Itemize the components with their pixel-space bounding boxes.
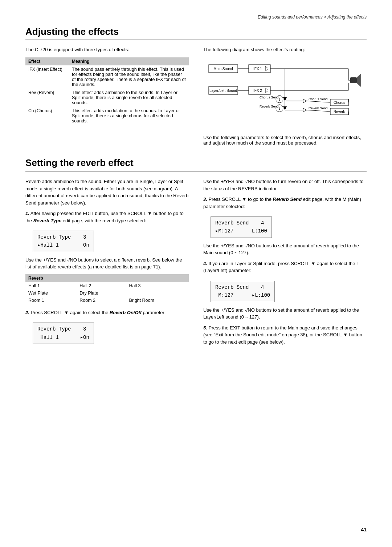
step2-num: 2. <box>25 310 29 315</box>
step3-text: 3. Press SCROLL ▼ to go to the Reverb Se… <box>203 196 367 210</box>
svg-rect-30 <box>350 77 357 83</box>
effect-name: IFX (Insert Effect) <box>25 65 69 89</box>
step4-lcd-row2: M:127 ▸L:100 <box>215 291 270 299</box>
effects-col1-header: Effect <box>25 57 69 65</box>
step5-content: Press the EXIT button to return to the M… <box>203 325 362 345</box>
reverb-list-cell: Wet Plate <box>25 289 77 297</box>
step2-right-text: Use the +/YES and -/NO buttons to turn r… <box>203 178 367 192</box>
step1-lcd: Reverb Type 3 ▸Hall 1 On <box>33 231 94 252</box>
svg-text:IFX 2: IFX 2 <box>253 89 262 93</box>
reverb-left-col: Reverb adds ambience to the sound. Eithe… <box>25 178 189 349</box>
reverb-title: Setting the reverb effect <box>25 157 367 171</box>
step4-lcd: Reverb Send 4 M:127 ▸L:100 <box>211 281 275 302</box>
reverb-list-cell <box>126 289 189 297</box>
reverb-two-col: Reverb adds ambience to the sound. Eithe… <box>25 178 367 349</box>
effect-meaning: The sound pass entirely through this eff… <box>69 65 189 89</box>
effect-name: Ch (Chorus) <box>25 107 69 125</box>
signal-diagram-container: Main Sound Layer/Left Sound IFX 1 IFX 2 <box>203 57 367 131</box>
effect-name: Rev (Reverb) <box>25 89 69 107</box>
effect-meaning: This effect adds modulation to the sound… <box>69 107 189 125</box>
step2-content: Press SCROLL ▼ again to select the Rever… <box>30 310 166 315</box>
reverb-list-cell: Hall 1 <box>25 282 77 289</box>
breadcrumb: Editing sounds and performances > Adjust… <box>25 15 367 20</box>
svg-text:Chorus Send: Chorus Send <box>309 97 328 101</box>
step3-note: Use the +/YES and -/NO buttons to set th… <box>203 242 367 256</box>
breadcrumb-text: Editing sounds and performances > Adjust… <box>258 15 367 20</box>
step1-text: 1. After having pressed the EDIT button,… <box>25 210 189 224</box>
reverb-list-header: Reverb <box>25 274 189 282</box>
svg-marker-31 <box>357 73 361 87</box>
reverb-list-cell: Room 1 <box>25 297 77 304</box>
svg-marker-22 <box>283 97 287 101</box>
step2-text: 2. Press SCROLL ▼ again to select the Re… <box>25 309 189 316</box>
step3-lcd-row1: Reverb Send 4 <box>215 219 267 227</box>
below-diagram-text: Use the following parameters to select t… <box>203 135 367 146</box>
step2-lcd: Reverb Type 3 Hall 1 ▸On <box>33 323 94 344</box>
page: Editing sounds and performances > Adjust… <box>0 0 392 547</box>
adjusting-title: Adjusting the effects <box>25 26 367 40</box>
svg-marker-26 <box>303 99 307 103</box>
svg-marker-6 <box>265 66 268 71</box>
svg-line-42 <box>307 110 330 112</box>
step4-content: If you are in Layer or Split mode, press… <box>203 261 359 274</box>
reverb-list-cell: Dry Plate <box>77 289 126 297</box>
effects-left-column: The C-720 is equipped with three types o… <box>25 47 189 146</box>
reverb-intro: Reverb adds ambience to the sound. Eithe… <box>25 178 189 206</box>
step4-note: Use the +/YES and -/NO buttons to set th… <box>203 307 367 321</box>
svg-text:Chorus Send: Chorus Send <box>260 96 279 99</box>
step3-content: Press SCROLL ▼ to go to the Reverb Send … <box>203 196 361 209</box>
effects-col2-header: Meaning <box>69 57 189 65</box>
reverb-list-table: Reverb Hall 1Hall 2Hall 3Wet PlateDry Pl… <box>25 274 189 304</box>
step1-note: Use the +/YES and -/NO buttons to select… <box>25 256 189 271</box>
step1-before: After having pressed the EDIT button, us… <box>25 211 184 223</box>
reverb-list-cell: Hall 3 <box>126 282 189 289</box>
svg-marker-27 <box>303 108 307 112</box>
step3-num: 3. <box>203 196 207 202</box>
step5-num: 5. <box>203 325 207 331</box>
step1-num: 1. <box>25 211 29 216</box>
effects-right-column: The following diagram shows the effect's… <box>203 47 367 146</box>
diagram-caption: The following diagram shows the effect's… <box>203 47 367 52</box>
svg-text:Main Sound: Main Sound <box>213 67 233 71</box>
step5-text: 5. Press the EXIT button to return to th… <box>203 324 367 346</box>
step1-lcd-row1: Reverb Type 3 <box>37 233 89 241</box>
reverb-section: Setting the reverb effect Reverb adds am… <box>25 157 367 349</box>
effects-intro: The C-720 is equipped with three types o… <box>25 47 189 52</box>
step3-lcd: Reverb Send 4 ▸M:127 L:100 <box>211 216 272 238</box>
step3-lcd-row2: ▸M:127 L:100 <box>215 227 267 235</box>
effect-meaning: This effect adds ambience to the sounds.… <box>69 89 189 107</box>
effects-table: Effect Meaning IFX (Insert Effect)The so… <box>25 57 189 125</box>
svg-text:1: 1 <box>278 98 280 101</box>
svg-line-41 <box>307 101 330 102</box>
svg-text:Reverb: Reverb <box>334 110 346 114</box>
signal-flow-diagram: Main Sound Layer/Left Sound IFX 1 IFX 2 <box>203 57 367 130</box>
step2-lcd-row1: Reverb Type 3 <box>37 325 89 333</box>
reverb-list-cell: Hall 2 <box>77 282 126 289</box>
step4-text: 4. If you are in Layer or Split mode, pr… <box>203 260 367 274</box>
step1-lcd-row2: ▸Hall 1 On <box>37 241 89 249</box>
svg-marker-23 <box>283 106 287 110</box>
svg-text:Layer/Left Sound: Layer/Left Sound <box>209 89 237 93</box>
svg-text:Chorus: Chorus <box>334 101 345 105</box>
step4-lcd-row1: Reverb Send 4 <box>215 283 270 291</box>
svg-text:Reverb Send: Reverb Send <box>309 106 328 110</box>
step2-lcd-row2: Hall 1 ▸On <box>37 333 89 341</box>
page-number: 41 <box>361 527 367 532</box>
svg-text:Reverb Send: Reverb Send <box>260 105 279 108</box>
svg-text:1: 1 <box>278 107 280 110</box>
reverb-right-col: Use the +/YES and -/NO buttons to turn r… <box>203 178 367 349</box>
reverb-list-cell: Room 2 <box>77 297 126 304</box>
svg-marker-9 <box>265 88 268 93</box>
reverb-list-cell: Bright Room <box>126 297 189 304</box>
step4-num: 4. <box>203 261 207 266</box>
svg-text:IFX 1: IFX 1 <box>253 67 262 71</box>
